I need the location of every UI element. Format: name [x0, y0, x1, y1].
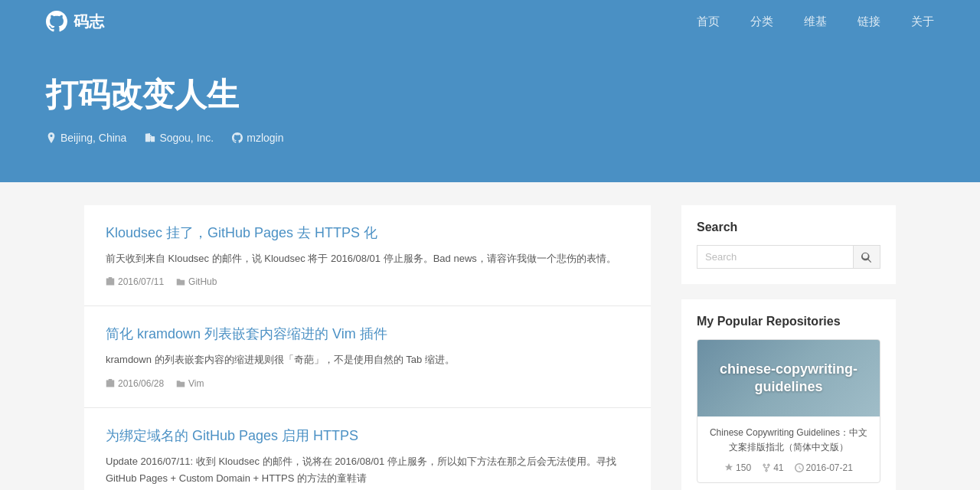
post-date: 2016/07/11 [106, 276, 164, 287]
post-item: 简化 kramdown 列表嵌套内容缩进的 Vim 插件 kramdown 的列… [84, 306, 651, 407]
popular-repos-title: My Popular Repositories [697, 315, 880, 328]
search-input[interactable] [697, 245, 853, 269]
calendar-icon [106, 379, 115, 388]
post-category: Vim [176, 378, 204, 389]
star-icon [724, 463, 733, 472]
folder-icon [176, 277, 185, 286]
main-container: Kloudsec 挂了，GitHub Pages 去 HTTPS 化 前天收到来… [38, 182, 942, 490]
post-excerpt: 前天收到来自 Kloudsec 的邮件，说 Kloudsec 将于 2016/0… [106, 250, 629, 267]
search-title: Search [697, 220, 880, 234]
hero-location: Beijing, China [46, 132, 126, 144]
brand-name: 码志 [74, 11, 104, 32]
brand-link[interactable]: 码志 [46, 11, 104, 32]
folder-icon [176, 379, 185, 388]
nav-item-categories[interactable]: 分类 [750, 15, 773, 29]
nav-item-wiki[interactable]: 维基 [804, 15, 827, 29]
post-title[interactable]: Kloudsec 挂了，GitHub Pages 去 HTTPS 化 [106, 224, 629, 243]
clock-icon [795, 463, 804, 472]
building-icon [145, 132, 155, 143]
search-row [697, 245, 880, 269]
hero-section: 码志 首页 分类 维基 链接 关于 打码改变人生 Beijing, China … [0, 0, 980, 182]
post-item: 为绑定域名的 GitHub Pages 启用 HTTPS Update 2016… [84, 408, 651, 490]
nav-item-links[interactable]: 链接 [858, 15, 880, 29]
popular-repos-section: My Popular Repositories chinese-copywrit… [681, 299, 896, 490]
post-title[interactable]: 简化 kramdown 列表嵌套内容缩进的 Vim 插件 [106, 325, 629, 344]
search-button[interactable] [853, 245, 880, 269]
github-username: mzlogin [247, 132, 283, 144]
hero-content: 打码改变人生 Beijing, China Sogou, Inc. mzlogi… [0, 43, 980, 182]
calendar-icon [106, 277, 115, 286]
post-meta: 2016/07/11 GitHub [106, 276, 629, 287]
navbar: 码志 首页 分类 维基 链接 关于 [0, 0, 980, 43]
hero-title: 打码改变人生 [46, 74, 934, 116]
github-brand-icon [46, 11, 67, 32]
repo-image-text: chinese-copywriting-guidelines [710, 361, 867, 397]
post-item: Kloudsec 挂了，GitHub Pages 去 HTTPS 化 前天收到来… [84, 205, 651, 306]
hero-company: Sogou, Inc. [145, 132, 214, 144]
nav-item-home[interactable]: 首页 [697, 15, 720, 29]
repo-forks: 41 [762, 462, 783, 473]
repo-stars: 150 [724, 462, 751, 473]
fork-icon [762, 463, 771, 472]
repo-card[interactable]: chinese-copywriting-guidelines Chinese C… [697, 339, 880, 483]
location-text: Beijing, China [60, 132, 126, 144]
location-icon [46, 132, 57, 143]
search-section: Search [681, 205, 896, 284]
post-meta: 2016/06/28 Vim [106, 378, 629, 389]
github-meta-icon [232, 132, 243, 143]
search-icon [861, 252, 872, 263]
hero-meta: Beijing, China Sogou, Inc. mzlogin [46, 132, 934, 144]
post-excerpt: kramdown 的列表嵌套内容的缩进规则很「奇葩」，不是使用自然的 Tab 缩… [106, 351, 629, 368]
company-text: Sogou, Inc. [159, 132, 214, 144]
post-date: 2016/06/28 [106, 378, 164, 389]
repo-card-image: chinese-copywriting-guidelines [697, 340, 880, 416]
post-category: GitHub [176, 276, 217, 287]
hero-github: mzlogin [232, 132, 283, 144]
repo-description: Chinese Copywriting Guidelines：中文文案排版指北（… [708, 426, 869, 455]
nav-item-about[interactable]: 关于 [911, 15, 934, 29]
posts-column: Kloudsec 挂了，GitHub Pages 去 HTTPS 化 前天收到来… [84, 205, 651, 490]
repo-card-body: Chinese Copywriting Guidelines：中文文案排版指北（… [697, 416, 880, 482]
post-excerpt: Update 2016/07/11: 收到 Kloudsec 的邮件，说将在 2… [106, 453, 629, 487]
post-title[interactable]: 为绑定域名的 GitHub Pages 启用 HTTPS [106, 426, 629, 446]
nav-menu: 首页 分类 维基 链接 关于 [697, 15, 934, 29]
main-wrapper: Kloudsec 挂了，GitHub Pages 去 HTTPS 化 前天收到来… [0, 182, 980, 490]
repo-updated: 2016-07-21 [795, 462, 853, 473]
repo-stats: 150 41 [708, 462, 869, 473]
sidebar: Search My Popular Repositories chine [681, 205, 896, 490]
